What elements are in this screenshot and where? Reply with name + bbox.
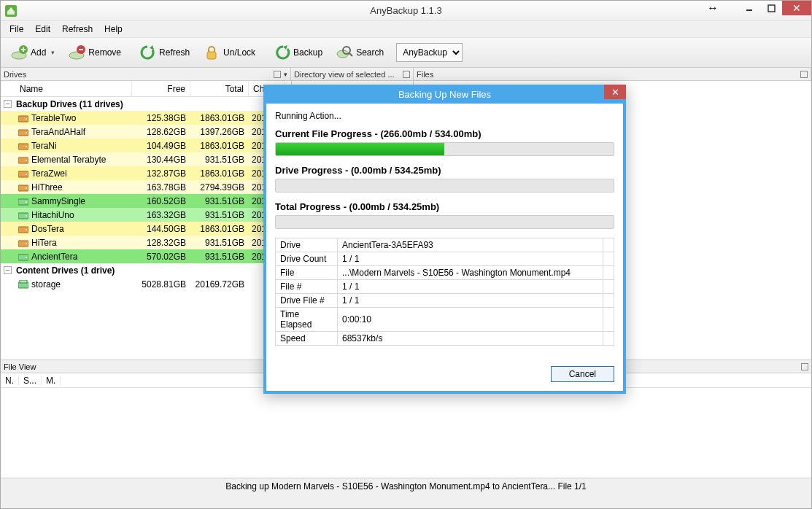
drive-row[interactable]: AncientTera570.02GB931.51GB2014: [1, 249, 291, 263]
col-name[interactable]: Name: [15, 81, 132, 96]
files-pane-header[interactable]: Files: [414, 68, 811, 80]
menu-refresh[interactable]: Refresh: [56, 23, 98, 36]
search-icon: [336, 44, 353, 61]
fv-col-n[interactable]: N.: [1, 376, 19, 386]
chevron-down-icon[interactable]: ▾: [284, 71, 287, 78]
drive-progress-label: Drive Progress - (0.00mb / 534.25mb): [275, 165, 614, 176]
pane-toggle-icon[interactable]: [403, 71, 410, 78]
svg-line-10: [349, 53, 352, 56]
svg-point-26: [26, 215, 27, 217]
svg-rect-7: [207, 52, 216, 59]
titlebar[interactable]: AnyBackup 1.1.3 ↔ ✕: [1, 1, 811, 21]
search-label: Search: [356, 47, 384, 58]
drive-row[interactable]: HiThree163.78GB2794.39GB2014: [1, 180, 291, 194]
svg-point-28: [26, 229, 27, 230]
menu-edit[interactable]: Edit: [29, 23, 56, 36]
drive-row[interactable]: TeraAndAHalf128.62GB1397.26GB2014: [1, 125, 291, 139]
group-backup-drives[interactable]: − Backup Drives (11 drives): [1, 97, 291, 111]
drive-icon: [18, 183, 28, 192]
app-icon: [5, 5, 17, 17]
unlock-button[interactable]: Un/Lock: [198, 40, 263, 65]
backup-button[interactable]: Backup: [268, 40, 330, 65]
menu-help[interactable]: Help: [98, 23, 128, 36]
dialog-titlebar[interactable]: Backing Up New Files ✕: [263, 85, 626, 104]
backup-dialog: Backing Up New Files ✕ Running Action...…: [263, 85, 626, 394]
profile-select[interactable]: AnyBackup: [396, 43, 463, 62]
svg-point-18: [26, 160, 27, 161]
search-button[interactable]: Search: [330, 40, 392, 65]
drive-icon: [18, 238, 28, 247]
remove-icon: [68, 44, 85, 61]
dialog-info-table: DriveAncientTera-3A5EFA93 Drive Count1 /…: [275, 238, 614, 346]
drive-icon: [18, 128, 28, 136]
dropdown-caret-icon[interactable]: ▾: [51, 49, 55, 56]
pane-toggle-icon[interactable]: [801, 363, 808, 370]
drive-row[interactable]: storage 5028.81GB 20169.72GB: [1, 277, 291, 291]
fv-col-m[interactable]: M.: [42, 376, 61, 386]
drive-icon: [18, 252, 28, 261]
collapse-icon[interactable]: −: [4, 100, 12, 108]
svg-point-20: [26, 174, 27, 175]
remove-label: Remove: [88, 47, 121, 58]
drive-icon: [18, 114, 28, 123]
minimize-button[interactable]: [738, 1, 760, 15]
current-file-progress-label: Current File Progress - (266.00mb / 534.…: [275, 128, 614, 139]
drive-row[interactable]: HiTera128.32GB931.51GB2014: [1, 236, 291, 249]
total-progress-label: Total Progress - (0.00mb / 534.25mb): [275, 201, 614, 212]
total-progress-bar: [275, 215, 614, 229]
maximize-button[interactable]: [760, 1, 782, 15]
dirview-pane-header[interactable]: Directory view of selected ...: [291, 68, 414, 80]
statusbar: Backing up Modern Marvels - S10E56 - Was…: [1, 478, 811, 494]
fv-col-s[interactable]: S...: [19, 376, 42, 386]
toolbar: Add ▾ Remove Refresh Un/Lock Backup Sear…: [1, 37, 811, 68]
svg-point-12: [26, 118, 27, 120]
collapse-icon[interactable]: −: [4, 266, 12, 274]
drive-row[interactable]: TeraNi104.49GB1863.01GB2014: [1, 139, 291, 152]
svg-point-32: [26, 257, 27, 258]
svg-rect-2: [768, 5, 775, 12]
lock-icon: [203, 44, 220, 61]
pane-toggle-icon[interactable]: [274, 71, 281, 78]
window-title: AnyBackup 1.1.3: [1, 5, 811, 16]
status-text: Backing up Modern Marvels - S10E56 - Was…: [225, 481, 586, 491]
cancel-button[interactable]: Cancel: [551, 366, 614, 382]
add-icon: [10, 44, 28, 61]
drives-pane: Name Free Total Chk − Backup Drives (11 …: [1, 81, 291, 360]
dock-icon[interactable]: ↔: [702, 1, 724, 15]
svg-point-22: [26, 187, 27, 189]
drive-row[interactable]: SammySingle160.52GB931.51GB2014: [1, 194, 291, 208]
group-content-drives[interactable]: − Content Drives (1 drive): [1, 263, 291, 277]
svg-rect-34: [20, 280, 27, 283]
drive-row[interactable]: HitachiUno163.32GB931.51GB2014: [1, 208, 291, 222]
svg-point-30: [26, 243, 27, 244]
svg-point-24: [26, 201, 27, 203]
add-button[interactable]: Add ▾: [5, 40, 63, 65]
svg-point-14: [26, 132, 27, 133]
refresh-button[interactable]: Refresh: [134, 40, 198, 65]
drive-row[interactable]: Elemental Terabyte130.44GB931.51GB2014: [1, 152, 291, 166]
svg-rect-0: [7, 11, 15, 15]
col-total[interactable]: Total: [190, 81, 249, 96]
drive-icon: [18, 155, 28, 164]
menu-file[interactable]: File: [4, 23, 29, 36]
dialog-close-button[interactable]: ✕: [604, 85, 626, 99]
backup-icon: [273, 44, 290, 61]
col-free[interactable]: Free: [132, 81, 190, 96]
drive-icon: [18, 211, 28, 219]
drive-row[interactable]: TeraZwei132.87GB1863.01GB2014: [1, 166, 291, 180]
running-label: Running Action...: [275, 111, 614, 121]
add-label: Add: [31, 47, 46, 58]
drives-pane-header[interactable]: Drives ▾: [1, 68, 291, 80]
drive-icon: [18, 141, 28, 150]
storage-icon: [18, 280, 28, 289]
drive-progress-bar: [275, 179, 614, 193]
drive-row[interactable]: TerableTwo125.38GB1863.01GB2014: [1, 111, 291, 125]
remove-button[interactable]: Remove: [63, 40, 129, 65]
drive-icon: [18, 169, 28, 178]
svg-point-16: [26, 146, 27, 147]
close-button[interactable]: ✕: [782, 1, 811, 15]
pane-toggle-icon[interactable]: [800, 71, 808, 78]
current-file-progress-bar: [275, 142, 614, 156]
menubar: File Edit Refresh Help: [1, 21, 811, 37]
drive-row[interactable]: DosTera144.50GB1863.01GB2014: [1, 222, 291, 236]
